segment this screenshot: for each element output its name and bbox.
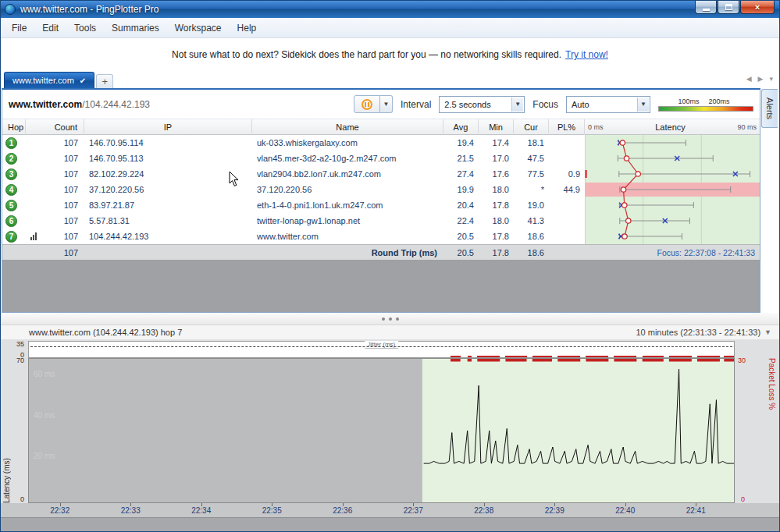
header-hop[interactable]: Hop <box>2 119 26 135</box>
latency-axis-min: 0 <box>13 495 24 503</box>
hop-number-badge: 6 <box>5 215 17 227</box>
jitter-label: Jitter (ms) <box>365 341 399 349</box>
table-row[interactable]: 2107146.70.95.113vlan45.mer-3d2-a2-10g-2… <box>2 151 760 166</box>
target-bar: www.twitter.com / 104.244.42.193 ▼ Inter… <box>2 90 760 119</box>
jitter-loss-tick <box>532 356 552 357</box>
round-trip-min: 17.8 <box>479 245 514 261</box>
table-row[interactable]: 410737.120.220.5637.120.220.5619.918.0*4… <box>2 182 760 197</box>
cur-cell: * <box>514 182 549 197</box>
hop-number-badge: 3 <box>5 168 17 180</box>
try-it-now-link[interactable]: Try it now! <box>565 49 608 60</box>
menu-item-workspace[interactable]: Workspace <box>167 20 230 37</box>
menu-item-summaries[interactable]: Summaries <box>104 20 167 37</box>
table-row[interactable]: 510783.97.21.87eth-1-4-0.pni1.lon1.uk.m2… <box>2 197 760 213</box>
graph-max-label: 90 ms <box>737 123 757 131</box>
menu-item-file[interactable]: File <box>4 20 34 37</box>
latency-graph-cell <box>585 213 760 229</box>
focus-select[interactable]: Auto ▼ <box>566 96 650 113</box>
interval-value: 2.5 seconds <box>444 100 490 109</box>
chevron-down-icon: ▼ <box>637 98 649 112</box>
avg-cell: 20.5 <box>443 229 479 244</box>
menu-item-help[interactable]: Help <box>230 20 265 37</box>
focus-graph-icon <box>30 232 37 240</box>
app-icon <box>5 4 16 15</box>
latency-axis-max: 70 <box>13 356 24 364</box>
time-range-select[interactable]: 10 minutes (22:31:33 - 22:41:33) ▼ <box>636 328 771 337</box>
new-tab-button[interactable]: + <box>96 74 113 88</box>
focus-range-text: Focus: 22:37:08 - 22:41:33 <box>585 245 760 261</box>
target-ip: 104.244.42.193 <box>85 99 150 110</box>
hop-cell: 7 <box>2 229 26 244</box>
header-count[interactable]: Count <box>26 119 84 135</box>
chevron-down-icon: ▼ <box>511 98 523 112</box>
hop-cell: 6 <box>2 213 26 229</box>
graph-title: Latency <box>655 122 686 132</box>
x-label: 22:40 <box>615 506 635 515</box>
header-pl[interactable]: PL% <box>549 119 585 135</box>
x-label: 22:34 <box>191 506 211 515</box>
minimize-button[interactable] <box>695 1 717 14</box>
latency-graph-cell <box>585 197 760 213</box>
tab-www-twitter-com[interactable]: www.twitter.com ✔ <box>4 72 94 88</box>
x-label: 22:32 <box>50 506 69 515</box>
window-bottom-edge <box>1 517 779 532</box>
menu-item-tools[interactable]: Tools <box>66 20 104 37</box>
close-icon: × <box>755 2 760 12</box>
table-row[interactable]: 61075.57.81.31twitter-lonap-gw1.lonap.ne… <box>2 213 760 229</box>
min-cell: 17.0 <box>479 151 514 166</box>
count-cell: 107 <box>26 166 84 182</box>
x-label: 22:39 <box>545 506 565 515</box>
interval-select[interactable]: 2.5 seconds ▼ <box>439 96 525 113</box>
round-trip-label: Round Trip (ms) <box>252 245 443 261</box>
jitter-loss-tick <box>586 356 608 357</box>
hop-number-badge: 4 <box>5 184 17 196</box>
app-window: www.twitter.com - PingPlotter Pro × File… <box>0 0 780 532</box>
header-cur[interactable]: Cur <box>514 119 549 135</box>
table-row[interactable]: 310782.102.29.224vlan2904.bb2.lon7.uk.m2… <box>2 166 760 182</box>
round-trip-row: 107 Round Trip (ms) 20.5 17.8 18.6 Focus… <box>2 244 760 260</box>
table-row[interactable]: 1107146.70.95.114uk-033.whiskergalaxy.co… <box>2 135 760 151</box>
cur-cell: 47.5 <box>514 151 549 166</box>
focus-value: Auto <box>572 100 589 109</box>
pause-dropdown-button[interactable]: ▼ <box>380 95 393 113</box>
header-avg[interactable]: Avg <box>443 119 479 135</box>
header-ip[interactable]: IP <box>84 119 252 135</box>
sidekick-notice: Not sure what to do next? Sidekick does … <box>1 38 779 71</box>
table-row[interactable]: 7107104.244.42.193www.twitter.com20.517.… <box>2 229 760 244</box>
close-button[interactable]: × <box>740 1 775 14</box>
jitter-loss-tick <box>477 356 500 357</box>
scroll-right-icon[interactable]: ▶ <box>758 75 764 83</box>
latency-plot: 60 ms40 ms20 ms <box>28 358 735 503</box>
grid-label: 40 ms <box>34 411 55 420</box>
avg-cell: 27.4 <box>443 166 479 182</box>
jitter-loss-tick <box>557 356 580 357</box>
avg-cell: 20.4 <box>443 197 479 213</box>
hop-cell: 5 <box>2 197 26 213</box>
chevron-down-icon: ▼ <box>383 101 389 108</box>
header-min[interactable]: Min <box>479 119 514 135</box>
jitter-loss-tick <box>697 356 720 357</box>
latency-graph-cell <box>585 182 760 197</box>
jitter-loss-tick <box>451 356 461 357</box>
min-cell: 18.0 <box>479 182 514 197</box>
alerts-tab[interactable]: Alerts <box>761 89 778 128</box>
pause-button[interactable] <box>354 95 380 113</box>
count-cell: 107 <box>26 213 84 229</box>
tab-bar: www.twitter.com ✔ + <box>1 71 779 88</box>
name-cell: twitter-lonap-gw1.lonap.net <box>252 213 443 229</box>
pane-splitter[interactable] <box>1 313 779 325</box>
scroll-left-icon[interactable]: ◀ <box>746 75 752 83</box>
target-host: www.twitter.com <box>9 99 82 110</box>
jitter-loss-tick <box>669 356 692 357</box>
tab-list-icon[interactable]: ▾ <box>769 75 773 83</box>
count-cell: 107 <box>26 229 84 244</box>
maximize-button[interactable] <box>718 1 739 14</box>
latency-graph-cell <box>585 229 760 244</box>
x-label: 22:36 <box>333 506 352 515</box>
header-name[interactable]: Name <box>252 119 443 135</box>
hop-number-badge: 1 <box>5 137 17 149</box>
pl-cell <box>549 135 585 151</box>
x-axis: 22:3222:3322:3422:3522:3622:3722:3822:39… <box>28 503 735 517</box>
pl-cell <box>549 229 585 244</box>
menu-item-edit[interactable]: Edit <box>34 20 66 37</box>
